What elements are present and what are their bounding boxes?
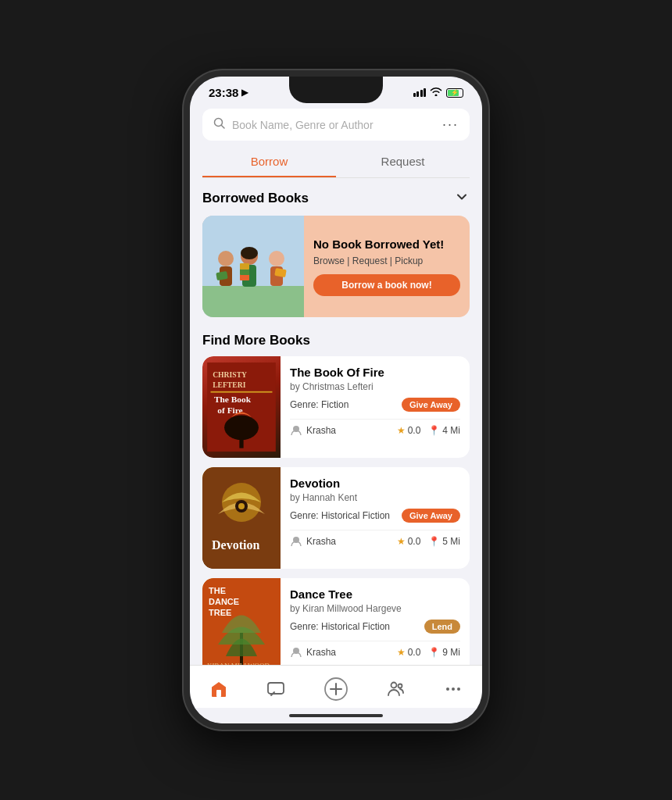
- main-scroll-area[interactable]: Book Name, Genre or Author ··· Borrow Re…: [190, 102, 482, 665]
- borrowed-empty-text: No Book Borrowed Yet! Browse | Request |…: [304, 216, 470, 317]
- status-time: 23:38 ▶: [209, 86, 248, 99]
- svg-rect-22: [239, 438, 243, 448]
- svg-text:Devotion: Devotion: [212, 538, 259, 552]
- svg-point-27: [238, 503, 245, 509]
- book-title: The Book Of Fire: [290, 366, 460, 379]
- book-genre: Genre: Fiction: [290, 399, 349, 410]
- status-icons: ⚡: [413, 87, 464, 98]
- nav-users[interactable]: [377, 677, 415, 702]
- book-genre-row: Genre: Historical Fiction Lend: [290, 620, 460, 634]
- svg-text:CHRISTY: CHRISTY: [213, 370, 247, 379]
- book-genre: Genre: Historical Fiction: [290, 621, 390, 632]
- book-cover-dance: THE DANCE TREE KIRAN MILLWOOD HARGRAVE: [202, 578, 281, 665]
- borrowed-title: Borrowed Books: [202, 191, 309, 206]
- borrow-now-button[interactable]: Borrow a book now!: [313, 274, 460, 296]
- svg-point-21: [224, 416, 259, 441]
- borrowed-empty-card: No Book Borrowed Yet! Browse | Request |…: [202, 216, 470, 317]
- svg-point-42: [446, 688, 449, 691]
- borrowed-header: Borrowed Books: [202, 178, 470, 216]
- book-distance: 📍 9 Mi: [428, 647, 460, 658]
- svg-rect-10: [240, 263, 249, 270]
- book-stats: ★ 0.0 📍 5 Mi: [397, 536, 460, 547]
- badge-giveaway[interactable]: Give Away: [402, 398, 460, 412]
- book-info-devotion: Devotion by Hannah Kent Genre: Historica…: [281, 467, 470, 569]
- home-indicator: [190, 708, 482, 723]
- more-options-icon[interactable]: ···: [442, 116, 459, 133]
- svg-text:LEFTERI: LEFTERI: [213, 380, 246, 389]
- find-more-title: Find More Books: [190, 330, 482, 356]
- nav-chat[interactable]: [257, 677, 295, 702]
- search-input[interactable]: Book Name, Genre or Author: [232, 119, 436, 131]
- book-card[interactable]: THE DANCE TREE KIRAN MILLWOOD HARGRAVE: [202, 578, 470, 665]
- book-card[interactable]: CHRISTY LEFTERI The Book of Fire: [202, 356, 470, 458]
- book-meta-row: Krasha ★ 0.0 📍 4 Mi: [290, 419, 460, 437]
- svg-point-3: [218, 251, 234, 266]
- svg-rect-9: [240, 269, 249, 275]
- book-card[interactable]: Devotion Devotion by Hannah Kent Genre: …: [202, 467, 470, 569]
- book-info-dance: Dance Tree by Kiran Millwood Hargeve Gen…: [281, 578, 470, 665]
- svg-rect-8: [240, 274, 249, 280]
- book-stats: ★ 0.0 📍 4 Mi: [397, 425, 460, 436]
- book-user: Krasha: [290, 535, 336, 548]
- battery-icon: ⚡: [446, 88, 463, 98]
- nav-arrow-icon: ▶: [241, 88, 248, 98]
- bottom-nav: [190, 665, 482, 708]
- book-title: Dance Tree: [290, 588, 460, 601]
- svg-point-43: [452, 688, 455, 691]
- book-author: by Kiran Millwood Hargeve: [290, 603, 460, 614]
- svg-text:The Book: The Book: [214, 395, 252, 404]
- svg-point-40: [391, 683, 397, 688]
- book-meta-row: Krasha ★ 0.0 📍 5 Mi: [290, 530, 460, 548]
- signal-icon: [413, 88, 427, 97]
- svg-text:TREE: TREE: [209, 608, 231, 617]
- no-book-subtitle: Browse | Request | Pickup: [313, 255, 460, 266]
- book-cover-devotion: Devotion: [202, 467, 281, 569]
- svg-rect-18: [211, 391, 273, 393]
- book-author: by Hannah Kent: [290, 492, 460, 503]
- book-stats: ★ 0.0 📍 9 Mi: [397, 647, 460, 658]
- svg-rect-37: [216, 690, 221, 697]
- svg-rect-2: [202, 286, 304, 317]
- book-info-fire: The Book Of Fire by Christmas Lefteri Ge…: [281, 356, 470, 458]
- tab-bar: Borrow Request: [202, 147, 470, 178]
- chevron-down-icon[interactable]: [454, 189, 470, 208]
- book-distance: 📍 5 Mi: [428, 536, 460, 547]
- book-rating: ★ 0.0: [397, 425, 421, 436]
- svg-point-12: [269, 251, 284, 266]
- svg-rect-38: [268, 683, 284, 694]
- wifi-icon: [430, 87, 442, 98]
- badge-giveaway[interactable]: Give Away: [402, 509, 460, 523]
- badge-lend[interactable]: Lend: [424, 620, 460, 634]
- svg-point-11: [241, 247, 258, 259]
- search-bar[interactable]: Book Name, Genre or Author ···: [202, 109, 470, 141]
- nav-home[interactable]: [200, 677, 238, 702]
- book-rating: ★ 0.0: [397, 536, 421, 547]
- book-distance: 📍 4 Mi: [428, 425, 460, 436]
- book-genre-row: Genre: Historical Fiction Give Away: [290, 509, 460, 523]
- tab-request[interactable]: Request: [336, 147, 470, 177]
- book-user: Krasha: [290, 424, 336, 437]
- book-genre: Genre: Historical Fiction: [290, 510, 390, 521]
- book-cover-fire: CHRISTY LEFTERI The Book of Fire: [202, 356, 281, 458]
- book-genre-row: Genre: Fiction Give Away: [290, 398, 460, 412]
- book-user: Krasha: [290, 646, 336, 659]
- tab-borrow[interactable]: Borrow: [202, 147, 336, 177]
- search-icon: [213, 117, 226, 133]
- svg-point-44: [457, 688, 460, 691]
- svg-text:THE: THE: [209, 586, 226, 595]
- nav-more[interactable]: [434, 677, 472, 702]
- svg-point-41: [399, 684, 402, 688]
- no-book-title: No Book Borrowed Yet!: [313, 238, 460, 251]
- book-rating: ★ 0.0: [397, 647, 421, 658]
- nav-add[interactable]: [314, 673, 358, 705]
- svg-text:DANCE: DANCE: [209, 597, 239, 606]
- book-meta-row: Krasha ★ 0.0 📍 9 Mi: [290, 641, 460, 659]
- book-author: by Christmas Lefteri: [290, 381, 460, 392]
- borrowed-illustration: [202, 216, 304, 317]
- borrowed-section: Borrowed Books: [190, 178, 482, 317]
- book-title: Devotion: [290, 477, 460, 490]
